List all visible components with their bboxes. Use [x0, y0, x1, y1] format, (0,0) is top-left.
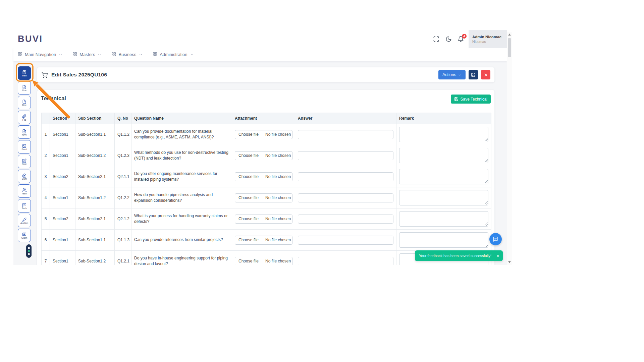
row-number-cell: 2	[42, 145, 50, 166]
answer-cell	[295, 166, 396, 187]
nav-item-business[interactable]: Business	[111, 52, 143, 57]
sidebar-item-line[interactable]: Line	[18, 81, 31, 95]
remark-textarea[interactable]	[399, 211, 488, 227]
nav-item-masters[interactable]: Masters	[72, 52, 101, 57]
sidebar-item-team[interactable]: Team	[18, 184, 31, 198]
sidebar-item-doc[interactable]: Doc	[18, 96, 31, 109]
choose-file-button: Choose file	[235, 130, 262, 139]
section-cell: Section2	[50, 166, 75, 187]
sidebar-item-tech[interactable]: Tech	[18, 199, 31, 213]
attachment-cell: Choose file No file chosen	[232, 230, 295, 251]
remark-textarea[interactable]	[399, 190, 488, 205]
actions-button[interactable]: Actions	[438, 70, 466, 79]
chevron-down-icon	[139, 53, 143, 56]
save-technical-button[interactable]: Save Technical	[451, 95, 491, 104]
answer-cell	[295, 124, 396, 145]
row-number-cell: 1	[42, 124, 50, 145]
file-status-text: No file chosen	[262, 132, 292, 137]
question-name-cell: What methods do you use for non-destruct…	[131, 145, 232, 166]
sidebar-item-main[interactable]: Main	[18, 66, 31, 80]
choose-file-button: Choose file	[235, 152, 262, 160]
row-number-cell: 7	[42, 251, 50, 265]
file-status-text: No file chosen	[262, 217, 292, 221]
attachment-file-input[interactable]: Choose file No file chosen	[235, 130, 292, 139]
question-number-cell: Q1.2.1	[115, 251, 131, 265]
user-name: Admin Nicomac	[472, 35, 507, 39]
attachment-file-input[interactable]: Choose file No file chosen	[235, 215, 292, 224]
user-menu[interactable]: Admin Nicomac Nicomac	[469, 30, 507, 48]
sidebar-item-note[interactable]: Note	[18, 155, 31, 168]
page-scrollbar[interactable]	[507, 32, 512, 265]
sidebar-item-claim[interactable]: Claim	[18, 229, 31, 242]
attachment-file-input[interactable]: Choose file No file chosen	[235, 151, 292, 160]
answer-input[interactable]	[298, 172, 393, 181]
sidebar-item-label: Note	[22, 163, 27, 165]
question-name-cell: What is your process for handling warran…	[131, 208, 232, 230]
column-header: Q. No	[115, 113, 131, 124]
sub-section-cell: Sub-Section1.1	[75, 124, 115, 145]
sidebar-item-label: Claim	[21, 237, 28, 239]
answer-cell	[295, 230, 396, 251]
nav-item-administration[interactable]: Administration	[153, 52, 194, 57]
answer-input[interactable]	[298, 151, 393, 160]
toast-message: Your feedback has been saved successfull…	[419, 254, 491, 258]
list-icon	[22, 70, 26, 74]
fullscreen-icon[interactable]	[433, 36, 439, 42]
nav-menu: Main Navigation Masters Business Adminis…	[18, 52, 194, 57]
remark-textarea[interactable]	[399, 169, 488, 184]
choose-file-button: Choose file	[235, 236, 262, 244]
sidebar-item-label: Spec	[22, 133, 27, 136]
sidebar-item-spec[interactable]: Spec	[18, 125, 31, 139]
section-cell: Section2	[50, 208, 75, 230]
section-cell: Section1	[50, 230, 75, 251]
sidebar-item-label: Auction	[20, 222, 28, 224]
sidebar-item-feed[interactable]: Feed	[18, 140, 31, 154]
remark-textarea[interactable]	[399, 127, 488, 142]
notifications-icon[interactable]: 4	[458, 36, 464, 42]
sidebar-item-file[interactable]: File	[18, 111, 31, 124]
sidebar-item-auction[interactable]: Auction	[18, 214, 31, 227]
notification-badge: 4	[462, 34, 467, 39]
close-button[interactable]	[481, 70, 490, 79]
nav-item-label: Administration	[160, 52, 187, 57]
attachment-file-input[interactable]: Choose file No file chosen	[235, 236, 292, 245]
chat-fab-button[interactable]	[489, 233, 502, 245]
answer-input[interactable]	[298, 130, 393, 139]
attachment-cell: Choose file No file chosen	[232, 145, 295, 166]
question-number-cell: Q1.2.3	[115, 145, 131, 166]
answer-input[interactable]	[298, 257, 393, 265]
table-header-row: SectionSub SectionQ. NoQuestion NameAtta…	[42, 113, 491, 124]
remark-wrap	[399, 232, 488, 248]
scroll-down-arrow[interactable]	[507, 259, 512, 265]
column-header: Answer	[295, 113, 396, 124]
nav-item-main-navigation[interactable]: Main Navigation	[18, 52, 62, 57]
column-header: Question Name	[131, 113, 232, 124]
toast-close-icon[interactable]: ✕	[494, 254, 499, 258]
dark-mode-icon[interactable]	[445, 36, 452, 42]
attachment-file-input[interactable]: Choose file No file chosen	[235, 172, 292, 181]
remark-textarea[interactable]	[399, 148, 488, 163]
sub-section-cell: Sub-Section2.1	[75, 166, 115, 187]
buvi-logo[interactable]: BUVI	[18, 34, 43, 44]
row-number-cell: 3	[42, 166, 50, 187]
save-button[interactable]	[469, 70, 478, 79]
sidebar-item-sum[interactable]: Sum	[18, 170, 31, 183]
row-number-cell: 5	[42, 208, 50, 230]
attachment-file-input[interactable]: Choose file No file chosen	[235, 193, 292, 202]
status-dot	[28, 253, 30, 255]
sidebar-item-label: Main	[22, 74, 27, 77]
remark-wrap	[399, 127, 488, 142]
answer-input[interactable]	[298, 236, 393, 245]
remark-textarea[interactable]	[399, 232, 488, 248]
sub-section-cell: Sub-Section1.2	[75, 251, 115, 265]
remark-wrap	[399, 148, 488, 163]
column-header: Attachment	[232, 113, 295, 124]
answer-input[interactable]	[298, 215, 393, 224]
answer-input[interactable]	[298, 193, 393, 202]
answer-cell	[295, 208, 396, 230]
save-icon	[471, 72, 476, 77]
scroll-up-arrow[interactable]	[507, 32, 512, 37]
page-actions: Actions	[438, 70, 490, 79]
attachment-file-input[interactable]: Choose file No file chosen	[235, 257, 292, 265]
scrollbar-thumb[interactable]	[508, 38, 511, 57]
